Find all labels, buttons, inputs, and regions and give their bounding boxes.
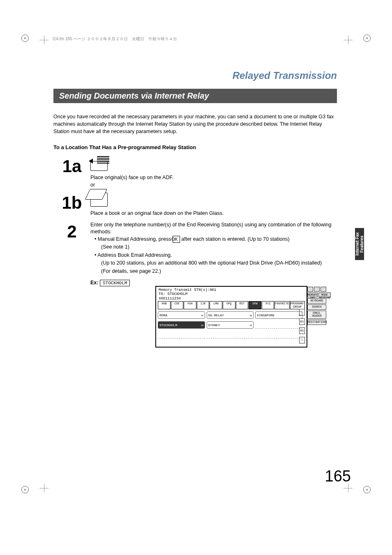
panel-tab: FAVORITE (274, 301, 289, 309)
sub-heading: To a Location That Has a Pre-programmed … (53, 144, 337, 150)
step-number-1b: 1b (53, 193, 90, 212)
panel-tab: CDE (171, 301, 184, 309)
mail-icon: ✉ (201, 313, 203, 317)
mail-icon: ✉ (250, 313, 252, 317)
step2-bullet-2-ref: (For details, see page 22.) (101, 268, 337, 275)
step-number-1a: 1a (53, 156, 90, 175)
station-cell: STOCKHOLM✉ (158, 321, 205, 329)
keyboard-button: KEYBOARD (307, 298, 326, 304)
page-number: 165 (325, 467, 351, 485)
ok-button-label: OK (173, 236, 180, 243)
panel-tab: OPQ (223, 301, 235, 309)
adf-icon (90, 156, 109, 171)
mail-icon: ✉ (201, 323, 203, 327)
step2-intro: Enter only the telephone number(s) of th… (90, 221, 337, 236)
step2-bullet-2: Address Book Email Addressing. (98, 252, 337, 259)
panel-tab: IJK (197, 301, 210, 309)
platen-icon (90, 193, 108, 207)
station-cell: SG-RELAY✉ (207, 311, 254, 319)
step2-note1: (See note 1) (101, 244, 337, 251)
station-cell (158, 331, 205, 339)
example-value: STOCKHOLM (100, 280, 130, 286)
subsection-bar: Sending Documents via Internet Relay (53, 89, 337, 103)
touch-panel-screenshot: Memory Transmit STN(s):001 TO: STOCKHOLM… (155, 286, 307, 348)
top-icon-1 (307, 287, 313, 292)
step-number-2: 2 (53, 221, 90, 240)
station-cell (255, 321, 302, 329)
panel-tab: #AB (158, 301, 171, 309)
station-cell: SYDNEY✉ (207, 321, 254, 329)
example-label: Ex: (90, 280, 98, 286)
panel-tab: PROGRAM/ GROUP (290, 301, 305, 309)
scroll-up-icon: ⇧ (299, 309, 305, 315)
mail-icon: ✉ (250, 323, 252, 327)
page-indicator-2: 01 (299, 327, 305, 334)
email-header-button: EMAIL HEADER (307, 311, 326, 319)
step1a-text: Place original(s) face up on the ADF. (90, 174, 337, 182)
panel-scroll: ⇧ 01 01 ⇩ (299, 309, 305, 343)
top-icon-2 (314, 287, 320, 292)
station-cell: ROMA✉ (158, 311, 205, 319)
panel-line3: 4681111234 (159, 297, 304, 301)
panel-tab: UVW (249, 301, 261, 309)
step1a-or: or (90, 182, 337, 189)
mode-setting-button: MODE SETTING (318, 292, 330, 297)
panel-tab: XYZ (262, 301, 274, 309)
panel-side-buttons: MEMORY XMTMODE SETTING KEYBOARD SEARCH E… (307, 287, 326, 325)
panel-tabs: #ABCDEFGHIJKLMNOPQRSTUVWXYZFAVORITEPROGR… (156, 301, 307, 310)
print-metadata: t14.fm 165 ページ ２００２年８月２０日 火曜日 午前９時５４分 (53, 36, 177, 42)
panel-tab: RST (236, 301, 249, 309)
panel-tab: LMN (210, 301, 222, 309)
station-cell (207, 331, 254, 339)
memory-xmt-button: MEMORY XMT (307, 292, 318, 297)
panel-line1: Memory Transmit STN(s):001 (159, 288, 304, 292)
destinations-button: DESTINATIONS (307, 320, 326, 325)
top-icon-3 (321, 287, 326, 292)
step2-bullet-1: Manual Email Addressing, press OK after … (98, 236, 337, 243)
station-cell (255, 331, 302, 339)
section-title: Relayed Transmission (53, 70, 337, 81)
chapter-tab: Internet Fax Features (355, 228, 364, 260)
page-indicator-1: 01 (299, 318, 305, 325)
intro-paragraph: Once you have recorded all the necessary… (53, 113, 337, 135)
search-button: SEARCH (307, 304, 326, 310)
step2-bullet-2-detail: (Up to 200 stations, plus an additional … (101, 260, 337, 267)
station-cell: SINGAPORE✉ (255, 311, 302, 319)
panel-line2: TO: STOCKHOLM (159, 292, 304, 296)
step1b-text: Place a book or an original face down on… (90, 210, 337, 217)
scroll-down-icon: ⇩ (299, 337, 305, 343)
panel-tab: FGH (184, 301, 196, 309)
